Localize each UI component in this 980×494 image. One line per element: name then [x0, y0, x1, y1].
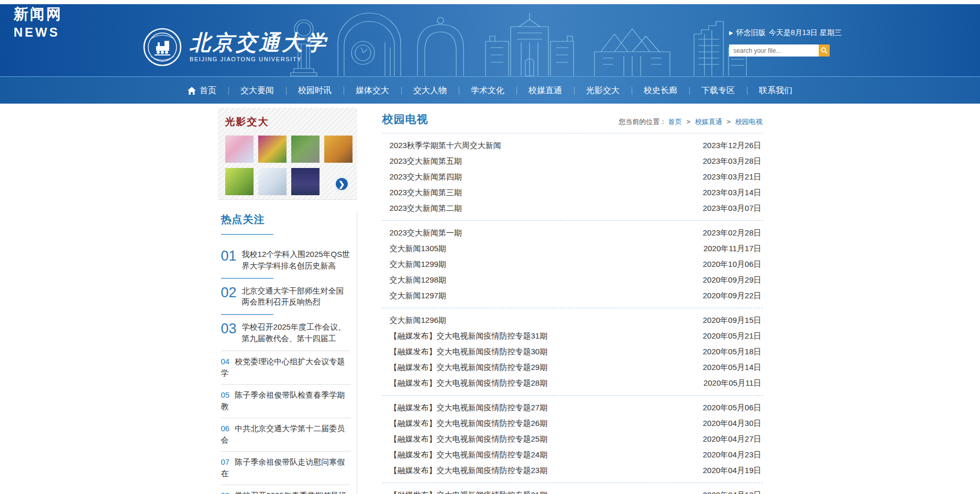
hot-topic-number: 08 [221, 491, 230, 494]
news-list-item[interactable]: 交大新闻1297期 2020年09月22日 [382, 288, 763, 304]
news-list-item[interactable]: 【融媒发布】交大电视新闻疫情防控专题31期 2020年05月21日 [382, 328, 763, 344]
news-list-item[interactable]: 【融媒发布】交大电视新闻疫情防控专题24期 2020年04月23日 [382, 447, 763, 463]
old-version-link[interactable]: 怀念旧版 [736, 28, 766, 38]
nav-item[interactable]: 联系我们 [747, 77, 805, 104]
news-item-date: 2023年03月14日 [703, 188, 762, 198]
news-list-item[interactable]: 交大新闻1299期 2020年10月06日 [382, 256, 763, 272]
nav-item-label: 光影交大 [586, 85, 620, 96]
gallery-photo-thumbnail[interactable] [258, 136, 287, 163]
news-item-date: 2020年04月19日 [703, 466, 762, 476]
hot-topic-item[interactable]: 02 北京交通大学干部师生对全国两会胜利召开反响热烈 [221, 279, 350, 309]
photo-grid [225, 136, 351, 195]
gallery-photo-thumbnail[interactable] [258, 168, 287, 195]
news-list-item[interactable]: 【融媒发布】交大电视新闻疫情防控专题29期 2020年05月14日 [382, 360, 763, 375]
breadcrumb-prefix: 您当前的位置： [619, 118, 666, 126]
search-input[interactable] [729, 44, 819, 57]
news-item-title[interactable]: 2023交大新闻第二期 [390, 204, 462, 214]
hot-topic-number: 03 [221, 321, 237, 344]
news-list-item[interactable]: 2023交大新闻第五期 2023年03月28日 [382, 153, 763, 169]
news-list-item[interactable]: 交大新闻1298期 2020年09月29日 [382, 272, 763, 288]
news-list-item[interactable]: 【融媒发布】交大电视新闻疫情防控专题21期 2020年04月13日 [382, 487, 763, 494]
hot-topic-item[interactable]: 07 陈子季余祖俊带队走访慰问寒假在 [221, 452, 350, 485]
nav-item[interactable]: 交大要闻 [228, 77, 286, 104]
news-item-title[interactable]: 交大新闻1305期 [390, 244, 446, 254]
hot-topic-title[interactable]: 校党委理论中心组扩大会议专题学 [221, 357, 345, 378]
news-item-title[interactable]: 2023交大新闻第一期 [390, 228, 462, 238]
news-list-item[interactable]: 【融媒发布】交大电视新闻疫情防控专题30期 2020年05月18日 [382, 344, 763, 360]
hot-topic-title[interactable]: 我校12个学科入围2025年QS世界大学学科排名创历史新高 [242, 249, 350, 272]
news-list-item[interactable]: 2023交大新闻第三期 2023年03月14日 [382, 185, 763, 200]
hot-topic-item[interactable]: 01 我校12个学科入围2025年QS世界大学学科排名创历史新高 [221, 242, 350, 273]
hot-topic-item[interactable]: 08 学校召开2025年春季学期领导班子 [221, 485, 350, 494]
nav-item[interactable]: 光影交大 [574, 77, 632, 104]
news-item-title[interactable]: 2023秋季学期第十六周交大新闻 [390, 141, 501, 151]
hot-topic-item[interactable]: 03 学校召开2025年度工作会议、第九届教代会、第十四届工 [221, 315, 350, 351]
hot-topic-item[interactable]: 04 校党委理论中心组扩大会议专题学 [221, 351, 350, 385]
news-item-title[interactable]: 【融媒发布】交大电视新闻疫情防控专题26期 [390, 419, 548, 429]
hot-topics-title: 热点关注 [221, 212, 350, 242]
news-item-title[interactable]: 【融媒发布】交大电视新闻疫情防控专题25期 [390, 434, 548, 444]
news-item-date: 2020年04月27日 [703, 434, 762, 444]
news-list-item[interactable]: 2023交大新闻第四期 2023年03月21日 [382, 169, 763, 185]
breadcrumb-link-section[interactable]: 校媒直通 [695, 118, 722, 126]
news-item-title[interactable]: 【融媒发布】交大电视新闻疫情防控专题27期 [390, 403, 548, 413]
nav-item[interactable]: 下载专区 [689, 77, 747, 104]
hot-topic-title[interactable]: 陈子季余祖俊带队检查春季学期教 [221, 390, 345, 411]
nav-item[interactable]: 媒体交大 [344, 77, 401, 104]
nav-item[interactable]: 首页 [175, 77, 228, 104]
news-list-item[interactable]: 【融媒发布】交大电视新闻疫情防控专题25期 2020年04月27日 [382, 431, 763, 447]
news-item-date: 2023年03月28日 [703, 156, 762, 166]
news-list-item[interactable]: 交大新闻1296期 2020年09月15日 [382, 312, 763, 328]
news-item-title[interactable]: 交大新闻1298期 [390, 275, 446, 285]
news-item-title[interactable]: 【融媒发布】交大电视新闻疫情防控专题29期 [390, 363, 548, 373]
news-item-title[interactable]: 2023交大新闻第三期 [390, 188, 462, 198]
news-item-title[interactable]: 2023交大新闻第四期 [390, 172, 462, 182]
top-strip [0, 0, 980, 4]
news-list-item[interactable]: 2023交大新闻第二期 2023年03月07日 [382, 200, 763, 216]
breadcrumb-link-current[interactable]: 校园电视 [735, 118, 763, 126]
news-list-item[interactable]: 【融媒发布】交大电视新闻疫情防控专题26期 2020年04月30日 [382, 416, 763, 431]
news-item-date: 2020年04月30日 [703, 419, 762, 429]
nav-item[interactable]: 校园时讯 [286, 77, 344, 104]
gallery-photo-thumbnail[interactable] [291, 136, 320, 163]
news-item-title[interactable]: 【融媒发布】交大电视新闻疫情防控专题24期 [390, 450, 548, 460]
news-item-title[interactable]: 【融媒发布】交大电视新闻疫情防控专题23期 [390, 466, 548, 476]
news-list-item[interactable]: 【融媒发布】交大电视新闻疫情防控专题28期 2020年05月11日 [382, 375, 763, 391]
news-list-item[interactable]: 【融媒发布】交大电视新闻疫情防控专题27期 2020年05月06日 [382, 400, 763, 416]
university-logo[interactable]: 北京交通大学 BEIJING JIAOTONG UNIVERSITY [142, 27, 328, 67]
hot-topic-item[interactable]: 06 中共北京交通大学第十二届委员会 [221, 418, 350, 452]
search-button[interactable] [819, 44, 830, 57]
gallery-photo-thumbnail[interactable] [225, 136, 254, 163]
hot-topic-title[interactable]: 学校召开2025年度工作会议、第九届教代会、第十四届工 [242, 321, 350, 344]
news-item-title[interactable]: 2023交大新闻第五期 [390, 156, 462, 166]
news-list-item[interactable]: 2023秋季学期第十六周交大新闻 2023年12月26日 [382, 138, 763, 153]
news-list-item[interactable]: 交大新闻1305期 2020年11月17日 [382, 241, 763, 256]
gallery-photo-thumbnail[interactable] [291, 168, 320, 195]
nav-item[interactable]: 学术文化 [459, 77, 516, 104]
news-item-date: 2020年04月13日 [703, 490, 762, 494]
news-item-title[interactable]: 交大新闻1299期 [390, 260, 446, 270]
news-group: 【融媒发布】交大电视新闻疫情防控专题21期 2020年04月13日 [382, 483, 763, 494]
nav-item[interactable]: 交大人物 [401, 77, 459, 104]
news-list-item[interactable]: 【融媒发布】交大电视新闻疫情防控专题23期 2020年04月19日 [382, 463, 763, 478]
gallery-next-button[interactable]: ❯ [335, 177, 349, 191]
news-item-title[interactable]: 【融媒发布】交大电视新闻疫情防控专题30期 [390, 347, 548, 357]
hot-topic-title[interactable]: 陈子季余祖俊带队走访慰问寒假在 [221, 457, 345, 478]
news-item-title[interactable]: 【融媒发布】交大电视新闻疫情防控专题21期 [390, 490, 548, 494]
hot-topic-title[interactable]: 北京交通大学干部师生对全国两会胜利召开反响热烈 [242, 285, 350, 308]
gallery-photo-thumbnail[interactable] [225, 168, 254, 195]
news-item-title[interactable]: 【融媒发布】交大电视新闻疫情防控专题31期 [390, 331, 548, 341]
breadcrumb-link-home[interactable]: 首页 [668, 118, 682, 126]
nav-item[interactable]: 校史长廊 [632, 77, 689, 104]
nav-item[interactable]: 校媒直通 [516, 77, 574, 104]
gallery-photo-thumbnail[interactable] [324, 136, 353, 163]
news-item-date: 2023年03月07日 [703, 204, 762, 214]
news-item-title[interactable]: 交大新闻1297期 [390, 291, 446, 301]
hot-topic-title[interactable]: 学校召开2025年春季学期领导班子 [221, 491, 347, 494]
sidebar: 光影交大 ❯ 热点关注 01 我校12个学科入围2025年QS世界大学学科排名创… [218, 108, 357, 494]
hot-topic-item[interactable]: 05 陈子季余祖俊带队检查春季学期教 [221, 385, 350, 418]
news-list-item[interactable]: 2023交大新闻第一期 2023年02月28日 [382, 225, 763, 241]
news-item-title[interactable]: 交大新闻1296期 [390, 316, 446, 325]
hot-topic-title[interactable]: 中共北京交通大学第十二届委员会 [221, 424, 345, 445]
news-item-title[interactable]: 【融媒发布】交大电视新闻疫情防控专题28期 [390, 378, 548, 388]
